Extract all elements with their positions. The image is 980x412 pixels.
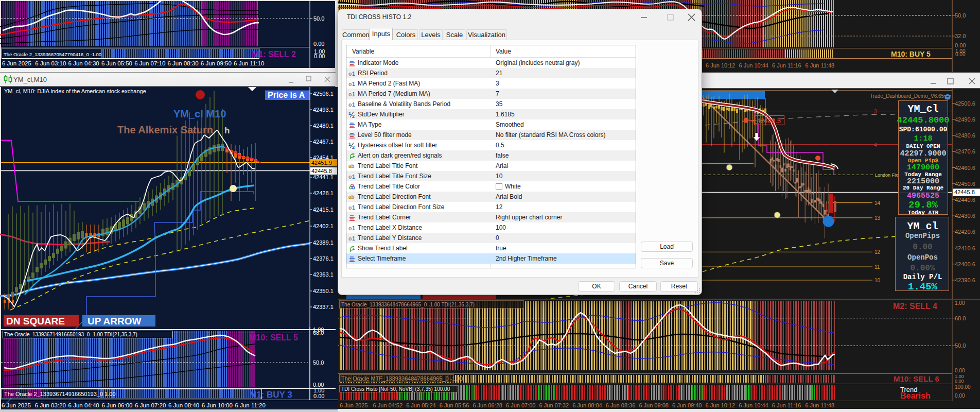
svg-text:6 Jun 2025: 6 Jun 2025 xyxy=(2,402,31,408)
svg-text:1:18: 1:18 xyxy=(914,134,932,143)
svg-text:13: 13 xyxy=(874,215,881,221)
svg-text:42450.6: 42450.6 xyxy=(955,181,975,187)
svg-text:11: 11 xyxy=(874,264,880,270)
svg-text:ab: ab xyxy=(348,194,355,200)
svg-text:1: 1 xyxy=(352,71,355,77)
svg-text:o: o xyxy=(348,71,352,77)
svg-text:6 Jun 06:28: 6 Jun 06:28 xyxy=(472,402,502,408)
svg-text:ab: ab xyxy=(348,163,355,169)
svg-text:The Oracle 2_13393667054779041: The Oracle 2_133936670547790416_0 -1.00 xyxy=(4,52,101,57)
svg-text:42428.1: 42428.1 xyxy=(313,190,334,196)
svg-text:6 Jun 05:56: 6 Jun 05:56 xyxy=(440,402,469,408)
svg-text:1.00: 1.00 xyxy=(955,300,965,306)
svg-text:100.00: 100.00 xyxy=(955,384,971,390)
svg-text:42480.6: 42480.6 xyxy=(955,132,975,139)
svg-text:68.0: 68.0 xyxy=(955,315,966,321)
svg-text:YM_cl: YM_cl xyxy=(907,220,938,232)
svg-text:42430.6: 42430.6 xyxy=(955,213,975,219)
svg-text:o: o xyxy=(348,235,352,242)
svg-text:M10: SELL 6: M10: SELL 6 xyxy=(894,374,939,383)
svg-text:42389.1: 42389.1 xyxy=(313,239,334,246)
svg-text:6 Jun 03:20: 6 Jun 03:20 xyxy=(35,402,66,408)
svg-text:6 Jun 11:10: 6 Jun 11:10 xyxy=(234,60,264,66)
svg-text:6 Jun 11:48: 6 Jun 11:48 xyxy=(806,62,835,68)
svg-text:1: 1 xyxy=(348,111,351,116)
svg-text:0.00: 0.00 xyxy=(313,41,324,47)
svg-text:M1: BUY 3: M1: BUY 3 xyxy=(249,390,292,400)
svg-text:6 Jun 07:20: 6 Jun 07:20 xyxy=(135,402,166,408)
svg-text:M2: SELL 4: M2: SELL 4 xyxy=(893,302,937,311)
svg-text:42445.8: 42445.8 xyxy=(311,168,332,174)
svg-text:42445.8000: 42445.8000 xyxy=(897,115,949,125)
svg-text:42415.1: 42415.1 xyxy=(313,207,334,213)
svg-text:6 Jun 11:16: 6 Jun 11:16 xyxy=(772,402,801,408)
svg-text:6 Jun 05:50: 6 Jun 05:50 xyxy=(101,60,132,66)
svg-text:42445.8: 42445.8 xyxy=(954,189,975,195)
svg-text:42337.1: 42337.1 xyxy=(313,304,334,310)
svg-text:Daily P/L: Daily P/L xyxy=(903,273,942,281)
svg-text:6 Jun 07:10: 6 Jun 07:10 xyxy=(134,60,165,66)
svg-text:10: 10 xyxy=(874,278,881,283)
svg-text:YM_cl, M10: DJIA index of the: YM_cl, M10: DJIA index of the American s… xyxy=(4,88,146,94)
svg-text:0.00%: 0.00% xyxy=(910,264,935,273)
svg-text:Price is A: Price is A xyxy=(268,91,305,99)
svg-text:6 Jun 09:50: 6 Jun 09:50 xyxy=(201,60,232,66)
svg-text:DAILY OPEN: DAILY OPEN xyxy=(906,143,940,149)
svg-text:6 Jun 10:44: 6 Jun 10:44 xyxy=(739,402,768,408)
svg-text:The Oracle_133933648478664965_: The Oracle_133933648478664965_0 -1.00 TD… xyxy=(341,302,475,307)
svg-text:32.0: 32.0 xyxy=(955,33,966,39)
svg-text:42489.5: 42489.5 xyxy=(757,117,781,125)
svg-text:London Fix: London Fix xyxy=(875,173,898,178)
svg-text:UP ARROW: UP ARROW xyxy=(87,316,142,327)
svg-text:6 Jun 09:08: 6 Jun 09:08 xyxy=(639,402,669,408)
svg-text:YM_cl: YM_cl xyxy=(907,103,938,115)
svg-text:42363.1: 42363.1 xyxy=(313,271,334,278)
svg-text:M10: SELL 5: M10: SELL 5 xyxy=(249,333,298,342)
svg-text:68.0: 68.0 xyxy=(313,330,324,336)
svg-text:YM_cl M10: YM_cl M10 xyxy=(173,108,226,119)
svg-text:1: 1 xyxy=(352,81,355,87)
svg-text:o: o xyxy=(348,81,352,87)
svg-text:6 Jun 2025: 6 Jun 2025 xyxy=(340,402,367,408)
svg-text:42470.6: 42470.6 xyxy=(955,148,975,154)
svg-text:DN SQUARE: DN SQUARE xyxy=(6,316,65,327)
svg-text:4: 4 xyxy=(874,142,877,148)
svg-text:42451.9: 42451.9 xyxy=(311,160,332,166)
svg-text:o: o xyxy=(348,225,352,231)
svg-text:M10: BUY 5: M10: BUY 5 xyxy=(891,50,931,58)
svg-text:6 Jun 2025: 6 Jun 2025 xyxy=(2,60,31,66)
svg-text:0.00: 0.00 xyxy=(314,53,325,59)
svg-text:0.00: 0.00 xyxy=(955,368,965,373)
svg-text:2: 2 xyxy=(352,114,355,118)
svg-text:1: 1 xyxy=(352,204,355,211)
svg-text:OpenPos: OpenPos xyxy=(907,253,938,262)
svg-text:6 Jun 04:30: 6 Jun 04:30 xyxy=(68,60,99,66)
svg-text:o: o xyxy=(348,174,352,180)
svg-text:0.00: 0.00 xyxy=(955,393,965,399)
svg-text:42400.6: 42400.6 xyxy=(955,261,975,267)
svg-text:Trade_Dashboard_Demo_V6.65: Trade_Dashboard_Demo_V6.65 xyxy=(870,93,944,99)
svg-text:ħ: ħ xyxy=(224,126,230,135)
svg-text:42493.1: 42493.1 xyxy=(313,107,334,113)
svg-text:3: 3 xyxy=(874,109,877,114)
svg-text:42297.9000: 42297.9000 xyxy=(900,149,946,158)
svg-text:42441.1: 42441.1 xyxy=(313,174,334,180)
svg-text:20 Day Range: 20 Day Range xyxy=(903,185,944,191)
svg-text:50.0: 50.0 xyxy=(955,342,966,349)
svg-text:12: 12 xyxy=(874,249,881,255)
svg-text:6 Jun 11:48: 6 Jun 11:48 xyxy=(805,402,834,408)
svg-text:29.8%: 29.8% xyxy=(908,199,938,211)
svg-text:6 Jun 11:16: 6 Jun 11:16 xyxy=(772,62,801,68)
svg-text:42410.6: 42410.6 xyxy=(955,245,975,251)
svg-text:50.0: 50.0 xyxy=(955,12,966,19)
svg-text:6 Jun 05:24: 6 Jun 05:24 xyxy=(406,402,436,408)
svg-text:1: 1 xyxy=(352,225,355,231)
svg-text:6 Jun 10:44: 6 Jun 10:44 xyxy=(739,62,769,68)
svg-text:6 Jun 03:10: 6 Jun 03:10 xyxy=(35,60,66,66)
svg-text:6 Jun 07:00: 6 Jun 07:00 xyxy=(506,402,536,408)
svg-text:42390.6: 42390.6 xyxy=(955,277,975,283)
svg-text:42440.6: 42440.6 xyxy=(955,197,975,203)
svg-text:1: 1 xyxy=(352,174,355,180)
svg-text:42376.1: 42376.1 xyxy=(313,255,334,262)
svg-text:42500.6: 42500.6 xyxy=(955,100,975,107)
